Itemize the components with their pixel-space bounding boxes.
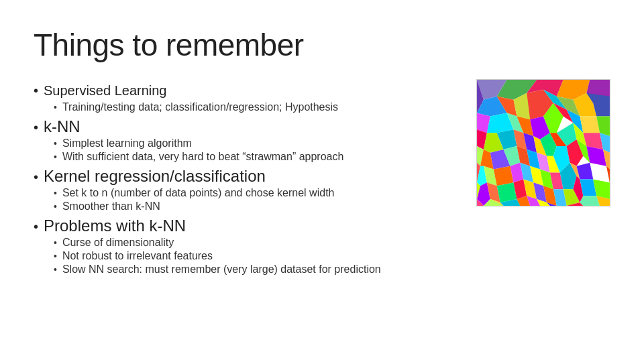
curse-text: Curse of dimensionality bbox=[62, 237, 174, 249]
sufficient-data-text: With sufficient data, very hard to beat … bbox=[62, 151, 343, 163]
slow-nn-text: Slow NN search: must remember (very larg… bbox=[62, 263, 381, 276]
smoother-text: Smoother than k-NN bbox=[62, 200, 160, 213]
section-kernel: • Kernel regression/classification • Set… bbox=[34, 167, 463, 213]
bullet-dot-l2: • bbox=[54, 201, 57, 212]
bullet-supervised-learning: • Supervised Learning bbox=[34, 83, 463, 99]
bullet-simplest: • Simplest learning algorithm bbox=[54, 137, 463, 149]
problems-label: Problems with k-NN bbox=[44, 217, 186, 235]
slide: Things to remember • Supervised Learning… bbox=[0, 0, 644, 362]
section-knn: • k-NN • Simplest learning algorithm • W… bbox=[34, 117, 463, 163]
bullet-dot: • bbox=[34, 120, 38, 135]
bullet-curse: • Curse of dimensionality bbox=[54, 237, 463, 249]
bullet-smoother: • Smoother than k-NN bbox=[54, 200, 463, 213]
bullet-problems: • Problems with k-NN bbox=[34, 217, 463, 235]
text-content: • Supervised Learning • Training/testing… bbox=[34, 79, 463, 278]
bullet-dot: • bbox=[34, 170, 38, 185]
bullet-dot-l2: • bbox=[54, 251, 57, 261]
bullet-dot-l2: • bbox=[54, 188, 57, 198]
content-area: • Supervised Learning • Training/testing… bbox=[34, 79, 610, 278]
svg-marker-85 bbox=[580, 196, 600, 206]
bullet-training-data: • Training/testing data; classification/… bbox=[54, 101, 463, 113]
voronoi-svg bbox=[477, 80, 610, 206]
kernel-label: Kernel regression/classification bbox=[44, 167, 266, 186]
bullet-dot-l2: • bbox=[54, 152, 57, 162]
bullet-dot-l2: • bbox=[54, 264, 57, 275]
knn-label: k-NN bbox=[44, 117, 80, 136]
mosaic-image-area bbox=[476, 79, 610, 206]
irrelevant-text: Not robust to irrelevant features bbox=[62, 250, 213, 262]
bullet-dot: • bbox=[34, 219, 38, 235]
set-k-text: Set k to n (number of data points) and c… bbox=[62, 187, 335, 199]
bullet-dot-l2: • bbox=[54, 138, 57, 149]
bullet-dot: • bbox=[34, 83, 38, 99]
section-supervised-learning: • Supervised Learning • Training/testing… bbox=[34, 83, 463, 113]
slide-title: Things to remember bbox=[34, 27, 610, 63]
simplest-text: Simplest learning algorithm bbox=[62, 137, 192, 149]
bullet-dot-l2: • bbox=[54, 237, 57, 248]
supervised-learning-label: Supervised Learning bbox=[44, 83, 166, 99]
section-problems: • Problems with k-NN • Curse of dimensio… bbox=[34, 217, 463, 276]
svg-marker-66 bbox=[497, 182, 517, 202]
voronoi-mosaic bbox=[476, 79, 610, 206]
svg-marker-22 bbox=[580, 116, 600, 133]
bullet-slow-nn: • Slow NN search: must remember (very la… bbox=[54, 263, 463, 276]
bullet-kernel: • Kernel regression/classification bbox=[34, 167, 463, 186]
bullet-knn: • k-NN bbox=[34, 117, 463, 136]
bullet-irrelevant: • Not robust to irrelevant features bbox=[54, 250, 463, 262]
bullet-sufficient-data: • With sufficient data, very hard to bea… bbox=[54, 151, 463, 163]
bullet-set-k: • Set k to n (number of data points) and… bbox=[54, 187, 463, 199]
bullet-dot-l2: • bbox=[54, 102, 57, 113]
svg-marker-52 bbox=[494, 166, 514, 186]
training-data-text: Training/testing data; classification/re… bbox=[62, 101, 338, 113]
